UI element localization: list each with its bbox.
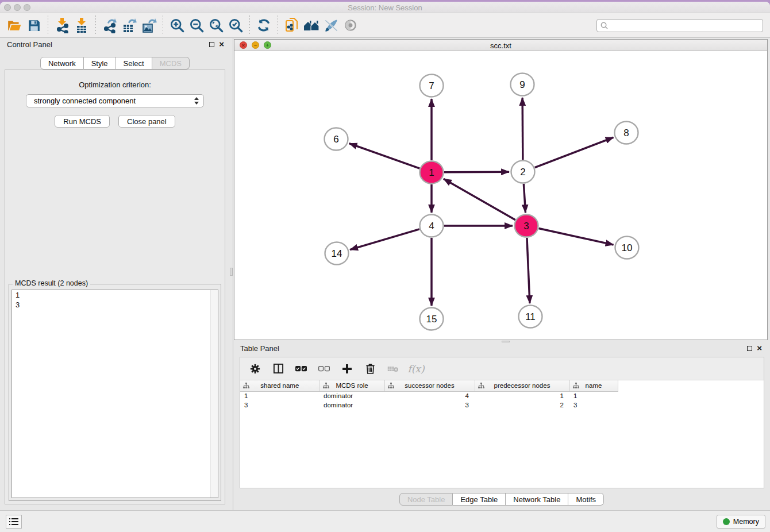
duplicate-network-icon	[284, 17, 300, 33]
duplicate-network-button[interactable]	[282, 16, 302, 35]
edge-2-8[interactable]	[535, 137, 614, 167]
save-session-button[interactable]	[24, 16, 44, 35]
tab-network[interactable]: Network	[40, 57, 84, 70]
close-table-panel-icon[interactable]: ×	[757, 345, 762, 351]
export-table-button[interactable]	[120, 16, 139, 35]
float-panel-icon[interactable]	[209, 42, 214, 47]
zoom-in-button[interactable]	[167, 16, 187, 35]
table-cell[interactable]: 1	[475, 391, 569, 400]
edge-1-6[interactable]	[349, 144, 420, 168]
network-canvas[interactable]: 1234678910111415	[234, 51, 767, 340]
graph-node-9[interactable]: 9	[511, 74, 534, 96]
select-all-button[interactable]	[295, 363, 307, 375]
tab-style[interactable]: Style	[84, 57, 116, 70]
table-cell[interactable]: 1	[569, 391, 618, 400]
edge-4-14[interactable]	[350, 229, 419, 250]
edge-3-11[interactable]	[527, 238, 530, 303]
network-graph[interactable]: 1234678910111415	[234, 51, 767, 340]
result-line: 1	[12, 290, 218, 300]
table-row[interactable]: 1dominator411	[240, 391, 627, 400]
tab-network-table[interactable]: Network Table	[506, 493, 568, 506]
table-cell[interactable]: dominator	[319, 400, 384, 410]
open-session-button[interactable]	[5, 16, 24, 35]
run-mcds-button[interactable]: Run MCDS	[55, 115, 110, 128]
edge-3-1[interactable]	[444, 179, 515, 219]
task-history-button[interactable]	[6, 515, 22, 529]
app-window: Session: New Session	[0, 2, 770, 532]
graph-node-10[interactable]: 10	[615, 237, 639, 259]
tab-node-table[interactable]: Node Table	[399, 493, 453, 506]
table-cell[interactable]: 2	[475, 400, 569, 410]
control-panel-tabs: NetworkStyleSelectMCDS	[0, 57, 230, 70]
float-table-panel-icon[interactable]	[747, 346, 752, 351]
import-network-button[interactable]	[52, 16, 72, 35]
svg-text:7: 7	[429, 80, 434, 91]
table-panel: Table Panel ×	[233, 342, 770, 510]
mcds-result-list[interactable]: 13	[11, 290, 218, 498]
delete-column-button[interactable]	[364, 363, 376, 375]
import-network-icon	[54, 17, 70, 33]
column-header-shared-name[interactable]: shared name	[240, 380, 319, 391]
delete-table-icon	[387, 364, 399, 373]
export-image-button[interactable]	[139, 16, 159, 35]
delete-table-button[interactable]	[387, 363, 399, 375]
home-button[interactable]	[302, 16, 321, 35]
style-preview-button[interactable]	[321, 16, 341, 35]
search-input[interactable]	[609, 20, 763, 32]
edge-2-9[interactable]	[522, 98, 523, 160]
export-image-icon	[141, 17, 157, 33]
edge-3-10[interactable]	[538, 228, 613, 245]
function-builder-button[interactable]: f(x)	[410, 363, 422, 375]
table-cell[interactable]: 1	[240, 391, 319, 400]
show-columns-button[interactable]	[272, 363, 284, 375]
edge-2-3[interactable]	[523, 184, 525, 213]
column-header-predecessor-nodes[interactable]: predecessor nodes	[475, 380, 569, 391]
tab-motifs[interactable]: Motifs	[568, 493, 604, 506]
eye-button[interactable]	[341, 16, 360, 35]
svg-text:14: 14	[332, 248, 342, 259]
tab-edge-table[interactable]: Edge Table	[453, 493, 506, 506]
graph-node-7[interactable]: 7	[420, 75, 444, 97]
column-header-successor-nodes[interactable]: successor nodes	[384, 380, 475, 391]
control-panel-title: Control Panel	[7, 40, 52, 49]
edge-1-2[interactable]	[444, 172, 509, 172]
toolbar-separator	[163, 16, 163, 35]
export-network-button[interactable]	[100, 16, 120, 35]
graph-node-14[interactable]: 14	[325, 242, 349, 265]
zoom-fit-button[interactable]	[206, 16, 226, 35]
network-window-titlebar[interactable]: × − + scc.txt	[234, 40, 767, 51]
result-scrollbar[interactable]	[210, 290, 218, 498]
unselect-all-button[interactable]	[318, 363, 330, 375]
column-header-mcds-role[interactable]: MCDS role	[319, 380, 384, 391]
optimization-criterion-select[interactable]: strongly connected component	[26, 94, 204, 107]
add-column-button[interactable]	[341, 363, 353, 375]
zoom-selected-button[interactable]	[226, 16, 245, 35]
zoom-out-button[interactable]	[187, 16, 206, 35]
table-cell[interactable]: 4	[384, 391, 475, 400]
node-table-grid[interactable]: shared nameMCDS rolesuccessor nodesprede…	[240, 380, 627, 410]
column-header-name[interactable]: name	[569, 380, 618, 391]
table-cell[interactable]: 3	[569, 400, 618, 410]
graph-node-15[interactable]: 15	[420, 308, 444, 330]
close-panel-icon[interactable]: ×	[219, 41, 224, 47]
tab-select[interactable]: Select	[116, 57, 152, 70]
graph-node-4[interactable]: 4	[420, 215, 444, 237]
graph-node-2[interactable]: 2	[511, 161, 535, 183]
graph-node-6[interactable]: 6	[325, 128, 348, 151]
column-header-filler	[618, 380, 627, 391]
close-panel-button[interactable]: Close panel	[118, 115, 175, 128]
table-settings-button[interactable]	[249, 363, 261, 375]
tab-mcds[interactable]: MCDS	[152, 57, 190, 70]
refresh-button[interactable]	[254, 16, 274, 35]
import-table-button[interactable]	[72, 16, 91, 35]
optimization-criterion-label: Optimization criterion:	[5, 80, 225, 89]
graph-node-3[interactable]: 3	[515, 215, 538, 237]
memory-button[interactable]: Memory	[717, 515, 765, 529]
graph-node-11[interactable]: 11	[519, 306, 542, 328]
table-cell[interactable]: dominator	[319, 391, 384, 400]
graph-node-8[interactable]: 8	[615, 122, 638, 144]
table-cell[interactable]: 3	[384, 400, 475, 410]
table-cell[interactable]: 3	[240, 400, 319, 410]
graph-node-1[interactable]: 1	[420, 161, 444, 184]
table-row[interactable]: 3dominator323	[240, 400, 627, 410]
